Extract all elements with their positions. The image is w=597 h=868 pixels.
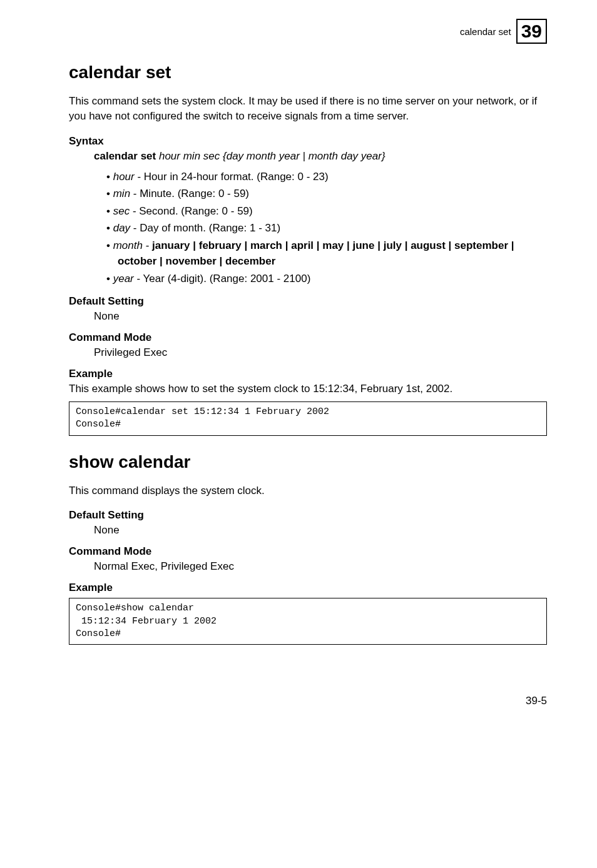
param-name: month: [113, 240, 143, 251]
default-setting-heading: Default Setting: [69, 295, 547, 308]
default-setting-value: None: [94, 524, 547, 537]
command-mode-value: Privileged Exec: [94, 346, 547, 359]
param-list: hour - Hour in 24-hour format. (Range: 0…: [106, 169, 547, 287]
page-header: calendar set 39: [69, 19, 547, 44]
example-description: This example shows how to set the system…: [69, 383, 547, 395]
param-min: min - Minute. (Range: 0 - 59): [106, 186, 547, 202]
syntax-args: hour min sec {day month year | month day…: [156, 150, 385, 162]
param-sec: sec - Second. (Range: 0 - 59): [106, 203, 547, 220]
section-title-show-calendar: show calendar: [69, 452, 547, 472]
command-mode-heading: Command Mode: [69, 331, 547, 344]
intro-paragraph: This command sets the system clock. It m…: [69, 94, 547, 124]
section-title-calendar-set: calendar set: [69, 63, 547, 83]
default-setting-heading: Default Setting: [69, 509, 547, 522]
param-hour: hour - Hour in 24-hour format. (Range: 0…: [106, 169, 547, 185]
param-desc: - Day of month. (Range: 1 - 31): [130, 222, 280, 234]
param-name: hour: [113, 171, 135, 183]
param-name: day: [113, 222, 130, 234]
param-desc-sep: -: [143, 240, 152, 251]
example-heading: Example: [69, 368, 547, 380]
param-desc: - Year (4-digit). (Range: 2001 - 2100): [134, 273, 311, 285]
param-desc: - Minute. (Range: 0 - 59): [130, 188, 249, 199]
param-name: year: [113, 273, 134, 285]
param-year: year - Year (4-digit). (Range: 2001 - 21…: [106, 271, 547, 287]
param-day: day - Day of month. (Range: 1 - 31): [106, 220, 547, 236]
chapter-number-badge: 39: [516, 19, 547, 44]
example-code-block: Console#calendar set 15:12:34 1 February…: [69, 401, 547, 436]
page-number: 39-5: [69, 695, 547, 707]
syntax-heading: Syntax: [69, 135, 547, 148]
example-heading: Example: [69, 582, 547, 594]
param-desc: - Second. (Range: 0 - 59): [130, 205, 253, 217]
command-mode-heading: Command Mode: [69, 545, 547, 558]
param-month: month - january | february | march | apr…: [106, 238, 547, 270]
param-name: sec: [113, 205, 130, 217]
command-mode-value: Normal Exec, Privileged Exec: [94, 560, 547, 573]
param-options: january | february | march | april | may…: [118, 240, 514, 268]
breadcrumb: calendar set: [460, 26, 511, 37]
param-desc: - Hour in 24-hour format. (Range: 0 - 23…: [135, 171, 329, 183]
intro-paragraph: This command displays the system clock.: [69, 483, 547, 498]
param-name: min: [113, 188, 130, 199]
example-code-block: Console#show calendar 15:12:34 February …: [69, 598, 547, 645]
default-setting-value: None: [94, 310, 547, 323]
syntax-command: calendar set: [94, 150, 156, 162]
syntax-line: calendar set hour min sec {day month yea…: [94, 150, 547, 163]
